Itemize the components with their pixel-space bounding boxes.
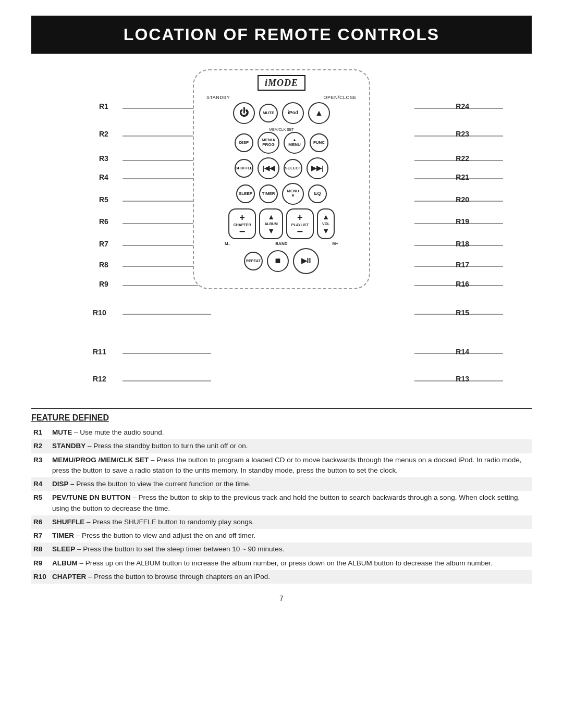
power-button[interactable]: ⏻ — [233, 102, 255, 124]
feature-ref-r8: R8 — [31, 542, 50, 556]
feature-section: FEATURE DEFINED R1 MUTE – Use mute the a… — [31, 408, 532, 584]
feature-ref-r4: R4 — [31, 477, 50, 491]
feature-row-r6: R6 SHUFFLE – Press the SHUFFLE button to… — [31, 515, 532, 529]
button-row-2: DISP MENU/PROG ▲MENU FUNC — [202, 132, 361, 154]
ref-label-r18: R18 — [456, 239, 469, 249]
ref-label-r19: R19 — [456, 217, 469, 226]
ref-label-r15: R15 — [456, 308, 469, 317]
ref-label-r17: R17 — [456, 260, 469, 269]
page-header: LOCATION OF REMOTE CONTROLS — [31, 16, 532, 54]
ref-label-r16: R16 — [456, 279, 469, 289]
vol-up[interactable]: ▲ — [322, 213, 329, 221]
band-label: BAND — [275, 241, 287, 246]
ref-label-r7: R7 — [99, 239, 108, 249]
feature-row-r4: R4 DISP – Press the button to view the c… — [31, 477, 532, 491]
feature-row-r2: R2 STANDBY – Press the standby button to… — [31, 439, 532, 453]
vol-down[interactable]: ▼ — [322, 227, 329, 235]
vol-group: ▲ VOL ▼ — [317, 208, 335, 239]
remote-control: iMODE STANDBY OPEN/CLOSE ⏻ MUTE iPod ▲ M… — [193, 69, 370, 289]
feature-ref-r10: R10 — [31, 570, 50, 584]
button-row-3: SHUFFLE |◀◀ SELECT ▶▶| — [202, 157, 361, 179]
ref-label-r12: R12 — [93, 374, 106, 384]
feature-row-r5: R5 PEV/TUNE DN BUTTON – Press the button… — [31, 491, 532, 515]
m-minus-label: M– — [225, 241, 230, 246]
repeat-button[interactable]: REPEAT — [244, 252, 263, 270]
ipod-button[interactable]: iPod — [282, 102, 304, 124]
standby-label: STANDBY — [206, 95, 230, 100]
feature-text-r2: STANDBY – Press the standby button to tu… — [50, 439, 532, 453]
disp-button[interactable]: DISP — [235, 133, 253, 152]
feature-ref-r1: R1 — [31, 426, 50, 439]
menu-prog-button[interactable]: MENU/PROG — [258, 132, 279, 154]
button-row-4: SLEEP TIMER MENU▼ EQ — [202, 183, 361, 205]
feature-row-r1: R1 MUTE – Use mute the audio sound. — [31, 426, 532, 439]
timer-button[interactable]: TIMER — [259, 184, 278, 203]
ref-label-r14: R14 — [456, 347, 469, 356]
menu-up-button[interactable]: ▲MENU — [284, 132, 305, 154]
feature-text-r7: TIMER – Press the button to view and adj… — [50, 529, 532, 542]
ref-label-r10: R10 — [93, 308, 106, 317]
feature-row-r7: R7 TIMER – Press the button to view and … — [31, 529, 532, 542]
feature-text-r4: DISP – Press the button to view the curr… — [50, 477, 532, 491]
ref-label-r23: R23 — [456, 129, 469, 139]
ref-label-r22: R22 — [456, 154, 469, 163]
ref-label-r2: R2 — [99, 129, 108, 139]
feature-title: FEATURE DEFINED — [31, 413, 532, 423]
imode-logo: iMODE — [202, 78, 361, 89]
shuffle-button[interactable]: SHUFFLE — [235, 159, 253, 178]
feature-text-r8: SLEEP – Press the button to set the slee… — [50, 542, 532, 556]
play-pause-button[interactable]: ▶II — [293, 248, 319, 274]
feature-table: R1 MUTE – Use mute the audio sound. R2 S… — [31, 426, 532, 584]
feature-row-r8: R8 SLEEP – Press the button to set the s… — [31, 542, 532, 556]
ref-label-r24: R24 — [456, 102, 469, 111]
feature-text-r9: ALBUM – Press up on the ALBUM button to … — [50, 557, 532, 570]
ref-label-r20: R20 — [456, 195, 469, 204]
sub-labels-row: M– BAND M+ — [202, 241, 361, 246]
button-row-1: ⏻ MUTE iPod ▲ — [202, 102, 361, 124]
feature-text-r3: MEMU/PROG /MEM/CLK SET – Press the butto… — [50, 453, 532, 478]
vol-label: VOL — [322, 222, 329, 226]
eq-button[interactable]: EQ — [308, 184, 327, 203]
feature-ref-r3: R3 — [31, 453, 50, 478]
func-button[interactable]: FUNC — [310, 133, 328, 152]
feature-text-r5: PEV/TUNE DN BUTTON – Press the button to… — [50, 491, 532, 515]
ref-label-r13: R13 — [456, 374, 469, 384]
diagram-area: R1 R2 R3 R4 R5 R6 R7 R8 R9 R10 R11 R12 R… — [31, 69, 532, 392]
feature-ref-r7: R7 — [31, 529, 50, 542]
ref-label-r3: R3 — [99, 154, 108, 163]
ref-label-r1: R1 — [99, 102, 108, 111]
album-up[interactable]: ▲ — [267, 213, 275, 221]
m-plus-label: M+ — [333, 241, 338, 246]
next-track-button[interactable]: ▶▶| — [307, 157, 328, 179]
mute-button[interactable]: MUTE — [259, 104, 278, 122]
playlist-group: + PLAYLIST − — [286, 208, 314, 239]
feature-row-r10: R10 CHAPTER – Press the button to browse… — [31, 570, 532, 584]
select-button[interactable]: SELECT — [284, 159, 302, 178]
album-down[interactable]: ▼ — [267, 227, 275, 235]
button-row-5: REPEAT ■ ▶II — [202, 248, 361, 274]
ref-label-r21: R21 — [456, 172, 469, 182]
ref-label-r9: R9 — [99, 279, 108, 289]
feature-row-r3: R3 MEMU/PROG /MEM/CLK SET – Press the bu… — [31, 453, 532, 478]
playlist-minus[interactable]: − — [297, 228, 303, 235]
sleep-button[interactable]: SLEEP — [236, 184, 255, 203]
brand-label: iMODE — [258, 75, 305, 91]
eject-button[interactable]: ▲ — [308, 102, 330, 124]
open-close-label: OPEN/CLOSE — [323, 95, 357, 100]
prev-track-button[interactable]: |◀◀ — [258, 157, 279, 179]
feature-row-r9: R9 ALBUM – Press up on the ALBUM button … — [31, 557, 532, 570]
album-group: ▲ ALBUM ▼ — [259, 208, 283, 239]
ref-label-r5: R5 — [99, 195, 108, 204]
ref-label-r8: R8 — [99, 260, 108, 269]
feature-ref-r9: R9 — [31, 557, 50, 570]
chapter-plus[interactable]: + — [239, 213, 245, 222]
playlist-plus[interactable]: + — [297, 213, 303, 222]
chapter-minus[interactable]: − — [239, 228, 246, 235]
feature-text-r1: MUTE – Use mute the audio sound. — [50, 426, 532, 439]
album-label: ALBUM — [264, 222, 277, 226]
feature-ref-r2: R2 — [31, 439, 50, 453]
menu-down-button[interactable]: MENU▼ — [282, 183, 304, 205]
feature-ref-r5: R5 — [31, 491, 50, 515]
mem-clk-label: MEM/CLK SET — [202, 128, 361, 131]
stop-button[interactable]: ■ — [267, 250, 289, 272]
